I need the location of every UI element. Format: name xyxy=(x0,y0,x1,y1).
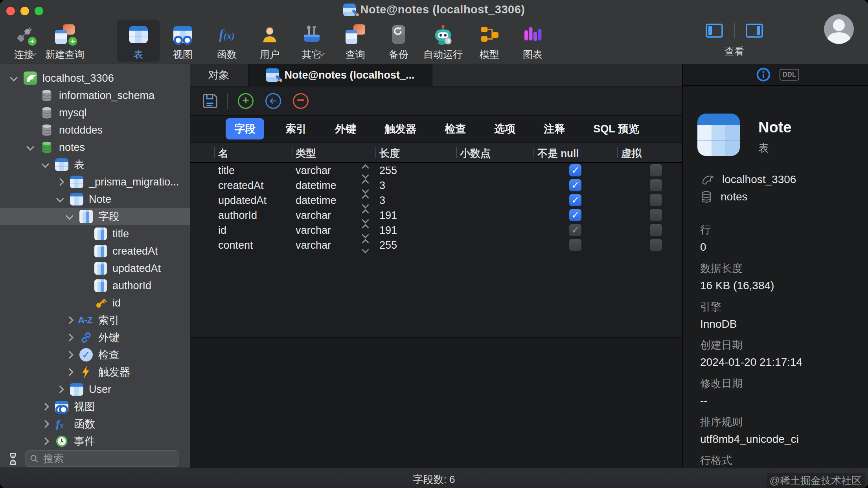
chevron-collapsed-icon[interactable] xyxy=(66,368,74,376)
section-tab-sql-preview[interactable]: SQL 预览 xyxy=(586,118,646,139)
type-stepper[interactable] xyxy=(363,225,368,237)
field-row[interactable]: content varchar 255 xyxy=(190,238,682,253)
not-null-checkbox[interactable] xyxy=(569,209,581,221)
type-stepper[interactable] xyxy=(363,195,368,207)
toolbar-item-tables[interactable]: 表 xyxy=(117,20,160,62)
tree-item-database[interactable]: mysql xyxy=(0,104,190,121)
search-input[interactable] xyxy=(42,452,174,465)
toolbar-item-new-query[interactable]: + 新建查询 xyxy=(43,20,86,62)
not-null-checkbox[interactable] xyxy=(569,224,581,236)
tree-item-tables-folder[interactable]: 表 xyxy=(0,156,190,173)
section-tab-checks[interactable]: 检查 xyxy=(438,118,473,139)
virtual-checkbox[interactable] xyxy=(650,209,662,221)
tree-item-views[interactable]: 视图 xyxy=(0,398,190,415)
tree-item-primary-key[interactable]: id xyxy=(0,294,190,312)
toolbar-item-users[interactable]: 用户 xyxy=(248,20,291,62)
virtual-checkbox[interactable] xyxy=(650,179,662,191)
toolbar-item-connection[interactable]: + 连接 xyxy=(2,20,46,62)
tree-item-database[interactable]: notdddes xyxy=(0,121,190,139)
field-row[interactable]: id varchar 191 xyxy=(190,223,682,238)
tab-note-table[interactable]: Note@notes (localhost_... xyxy=(248,64,432,86)
type-stepper[interactable] xyxy=(363,210,368,222)
virtual-checkbox[interactable] xyxy=(650,239,662,251)
tree-item-functions[interactable]: fx 函数 xyxy=(0,415,190,433)
tree-item-checks[interactable]: ✓ 检查 xyxy=(0,346,190,363)
chevron-collapsed-icon[interactable] xyxy=(66,351,74,359)
property-rows: 行 0 xyxy=(700,223,857,253)
type-stepper[interactable] xyxy=(363,180,368,193)
toggle-right-panel-icon[interactable] xyxy=(746,24,763,38)
not-null-checkbox[interactable] xyxy=(569,179,581,191)
tree-item-foreign-keys[interactable]: 外键 xyxy=(0,329,190,346)
tree-item-table[interactable]: _prisma_migratio... xyxy=(0,173,190,191)
toolbar-item-others[interactable]: 其它 xyxy=(290,20,333,62)
toolbar-item-queries[interactable]: 查询 xyxy=(334,20,377,62)
view-toggles: 查看 xyxy=(699,19,770,61)
toolbar-item-charts[interactable]: 图表 xyxy=(511,20,554,62)
toolbar-item-views[interactable]: 视图 xyxy=(161,20,204,62)
toolbar-item-automation[interactable]: 自动运行 xyxy=(421,20,465,62)
function-icon: f(x) xyxy=(205,20,248,47)
chevron-expanded-icon[interactable] xyxy=(66,212,74,220)
field-row[interactable]: updatedAt datetime 3 xyxy=(190,193,682,208)
tree-item-column[interactable]: title xyxy=(0,225,190,242)
not-null-checkbox[interactable] xyxy=(569,164,581,176)
database-icon xyxy=(40,89,53,102)
tree-item-table[interactable]: User xyxy=(0,381,190,398)
chevron-expanded-icon[interactable] xyxy=(56,195,64,203)
field-row[interactable]: authorId varchar 191 xyxy=(190,208,682,223)
section-tab-foreign-keys[interactable]: 外键 xyxy=(328,118,363,139)
tree-item-database-open[interactable]: notes xyxy=(0,139,190,156)
save-button[interactable] xyxy=(201,92,219,110)
tree-item-connection[interactable]: localhost_3306 xyxy=(0,70,190,87)
section-tab-options[interactable]: 选项 xyxy=(487,118,522,139)
tree-item-triggers[interactable]: 触发器 xyxy=(0,363,190,381)
chevron-collapsed-icon[interactable] xyxy=(66,316,74,324)
chevron-collapsed-icon[interactable] xyxy=(56,178,64,186)
user-icon xyxy=(248,20,291,47)
type-stepper[interactable] xyxy=(363,165,368,178)
not-null-checkbox[interactable] xyxy=(569,194,581,206)
chevron-expanded-icon[interactable] xyxy=(26,143,34,151)
chevron-collapsed-icon[interactable] xyxy=(66,334,74,341)
info-icon[interactable] xyxy=(756,67,771,82)
tree-item-column[interactable]: authorId xyxy=(0,277,190,294)
insert-field-button[interactable] xyxy=(265,93,281,109)
chevron-collapsed-icon[interactable] xyxy=(41,403,49,411)
chevron-collapsed-icon[interactable] xyxy=(56,385,64,393)
virtual-checkbox[interactable] xyxy=(650,194,662,206)
toggle-left-panel-icon[interactable] xyxy=(706,24,723,38)
not-null-checkbox[interactable] xyxy=(569,239,581,251)
tree-item-indexes[interactable]: A-Z 索引 xyxy=(0,312,190,329)
chevron-collapsed-icon[interactable] xyxy=(41,437,49,445)
chevron-expanded-icon[interactable] xyxy=(41,160,49,168)
ddl-tab[interactable]: DDL xyxy=(780,69,799,81)
delete-field-button[interactable]: − xyxy=(293,93,309,109)
virtual-checkbox[interactable] xyxy=(650,164,662,176)
section-tab-comment[interactable]: 注释 xyxy=(537,118,572,139)
toolbar-item-models[interactable]: 模型 xyxy=(468,20,511,62)
tree-item-database[interactable]: information_schema xyxy=(0,87,190,104)
section-tab-triggers[interactable]: 触发器 xyxy=(377,118,423,139)
tree-item-column[interactable]: createdAt xyxy=(0,242,190,260)
chevron-collapsed-icon[interactable] xyxy=(41,420,49,428)
tree-item-table[interactable]: Note xyxy=(0,191,190,208)
section-tab-fields[interactable]: 字段 xyxy=(226,118,264,139)
tab-objects[interactable]: 对象 xyxy=(190,64,248,86)
chevron-expanded-icon[interactable] xyxy=(10,74,18,82)
toolbar-item-backup[interactable]: 备份 xyxy=(377,20,420,62)
tree-item-fields[interactable]: 字段 xyxy=(0,208,190,225)
column-icon xyxy=(94,227,107,240)
toolbar-item-functions[interactable]: f(x) 函数 xyxy=(205,20,248,62)
avatar[interactable] xyxy=(824,14,854,44)
tree-item-events[interactable]: 事件 xyxy=(0,433,190,450)
search-field[interactable] xyxy=(25,450,178,467)
field-row[interactable]: createdAt datetime 3 xyxy=(190,178,682,193)
virtual-checkbox[interactable] xyxy=(650,224,662,236)
type-stepper[interactable] xyxy=(363,240,368,252)
section-tab-indexes[interactable]: 索引 xyxy=(278,118,314,139)
model-icon xyxy=(468,20,511,47)
add-field-button[interactable]: + xyxy=(238,93,254,109)
field-row[interactable]: title varchar 255 xyxy=(190,163,682,178)
tree-item-column[interactable]: updatedAt xyxy=(0,260,190,277)
